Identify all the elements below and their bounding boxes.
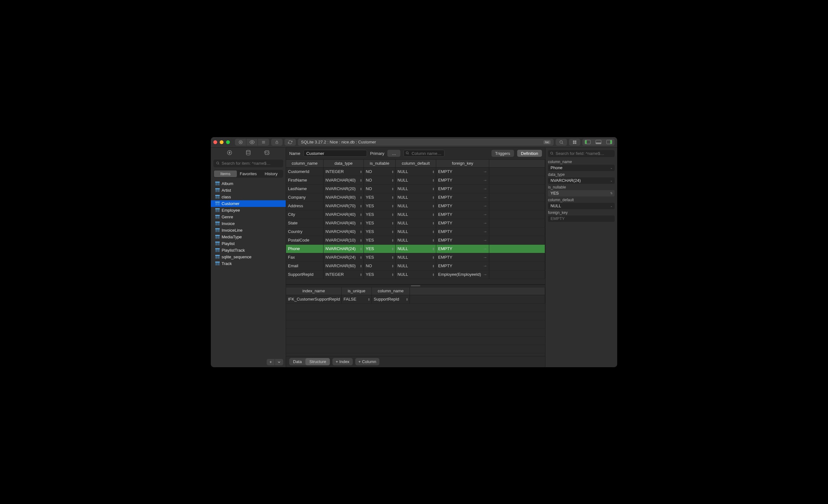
refresh-icon[interactable] <box>285 139 296 146</box>
arrow-right-icon[interactable]: → <box>483 238 487 243</box>
rp-input-data-type[interactable]: NVARCHAR(24)⌄ <box>548 177 615 184</box>
stepper-icon[interactable]: ▴▾ <box>360 264 362 267</box>
sidebar-item-playlist[interactable]: Playlist <box>211 240 286 247</box>
stepper-icon[interactable]: ▴▾ <box>360 247 362 250</box>
stepper-icon[interactable]: ▴▾ <box>392 256 394 259</box>
sidebar-item-sqlite_sequence[interactable]: sqlite_sequence <box>211 254 286 260</box>
stepper-icon[interactable]: ▴▾ <box>433 179 434 182</box>
cell-column-name[interactable]: Country <box>286 227 324 236</box>
cell-foreign-key[interactable]: EMPTY→ <box>436 245 489 253</box>
toggle-left-panel[interactable] <box>582 139 593 146</box>
cell-is-nullable[interactable]: YES▴▾ <box>364 227 396 236</box>
stepper-icon[interactable]: ▴▾ <box>392 187 394 191</box>
sidebar-item-mediatype[interactable]: MediaType <box>211 234 286 240</box>
cell-is-nullable[interactable]: YES▴▾ <box>364 219 396 227</box>
cell-column-name[interactable]: Company <box>286 193 324 202</box>
header-is-unique[interactable]: is_unique <box>342 287 372 295</box>
stepper-icon[interactable]: ▴▾ <box>433 204 434 208</box>
cell-column-default[interactable]: NULL▴▾ <box>396 202 436 210</box>
stepper-icon[interactable]: ▴▾ <box>360 239 362 242</box>
cell-column-default[interactable]: NULL▴▾ <box>396 245 436 253</box>
cell-column-name[interactable]: State <box>286 219 324 227</box>
rpanel-search-input[interactable] <box>548 150 615 157</box>
rp-input-column-default[interactable]: NULL⌄ <box>548 203 615 209</box>
stepper-icon[interactable]: ▴▾ <box>392 221 394 225</box>
data-tab[interactable]: Data <box>289 358 305 365</box>
cell-foreign-key[interactable]: EMPTY→ <box>436 193 489 202</box>
sidebar-item-employee[interactable]: Employee <box>211 207 286 214</box>
stepper-icon[interactable]: ▴▾ <box>368 298 370 301</box>
cell-idx-column[interactable]: SupportRepId▴▾ <box>372 295 410 303</box>
cell-column-name[interactable]: City <box>286 210 324 219</box>
sidebar-item-artist[interactable]: Artist <box>211 187 286 194</box>
cell-foreign-key[interactable]: EMPTY→ <box>436 176 489 184</box>
arrow-right-icon[interactable]: → <box>483 246 487 251</box>
stepper-icon[interactable]: ▴▾ <box>392 179 394 182</box>
cell-column-default[interactable]: NULL▴▾ <box>396 219 436 227</box>
stepper-icon[interactable]: ▴▾ <box>360 213 362 216</box>
minimize-window[interactable] <box>220 140 223 144</box>
arrow-right-icon[interactable]: → <box>483 169 487 174</box>
cell-foreign-key[interactable]: EMPTY→ <box>436 210 489 219</box>
cell-foreign-key[interactable]: EMPTY→ <box>436 168 489 176</box>
cell-column-name[interactable]: LastName <box>286 185 324 193</box>
sidebar-item-playlisttrack[interactable]: PlaylistTrack <box>211 247 286 254</box>
cell-column-default[interactable]: NULL▴▾ <box>396 236 436 244</box>
arrow-right-icon[interactable]: → <box>483 255 487 260</box>
cell-column-name[interactable]: Address <box>286 202 324 210</box>
stepper-icon[interactable]: ▴▾ <box>360 179 362 182</box>
header-index-name[interactable]: index_name <box>286 287 342 295</box>
stepper-icon[interactable]: ▴▾ <box>433 256 434 259</box>
column-row[interactable]: SupportRepIdINTEGER▴▾YES▴▾NULL▴▾Employee… <box>286 270 545 279</box>
cell-foreign-key[interactable]: EMPTY→ <box>436 262 489 270</box>
header-idx-column-name[interactable]: column_name <box>372 287 410 295</box>
stepper-icon[interactable]: ▴▾ <box>360 196 362 199</box>
cell-column-default[interactable]: NULL▴▾ <box>396 210 436 219</box>
cell-column-name[interactable]: Email <box>286 262 324 270</box>
arrow-right-icon[interactable]: → <box>483 195 487 200</box>
lock-icon[interactable] <box>271 139 283 146</box>
stepper-icon[interactable]: ▴▾ <box>392 196 394 199</box>
sidebar-item-album[interactable]: Album <box>211 180 286 187</box>
cell-column-name[interactable]: FirstName <box>286 176 324 184</box>
column-row[interactable]: CompanyNVARCHAR(80)▴▾YES▴▾NULL▴▾EMPTY→ <box>286 193 545 202</box>
cell-is-nullable[interactable]: NO▴▾ <box>364 185 396 193</box>
stepper-icon[interactable]: ▴▾ <box>433 213 434 216</box>
structure-tab[interactable]: Structure <box>305 358 330 365</box>
cell-data-type[interactable]: NVARCHAR(40)▴▾ <box>324 176 364 184</box>
cell-column-name[interactable]: PostalCode <box>286 236 324 244</box>
table-name-input[interactable] <box>303 150 367 157</box>
stepper-icon[interactable]: ▴▾ <box>360 221 362 225</box>
arrow-right-icon[interactable]: → <box>483 212 487 217</box>
column-row[interactable]: CustomerIdINTEGER▴▾NO▴▾NULL▴▾EMPTY→ <box>286 168 545 176</box>
column-row[interactable]: StateNVARCHAR(40)▴▾YES▴▾NULL▴▾EMPTY→ <box>286 219 545 227</box>
search-icon[interactable] <box>555 139 567 146</box>
sidebar-item-track[interactable]: Track <box>211 260 286 267</box>
sidebar-item-class[interactable]: class <box>211 194 286 200</box>
cell-foreign-key[interactable]: EMPTY→ <box>436 202 489 210</box>
cell-index-name[interactable]: IFK_CustomerSupportRepId <box>286 295 342 303</box>
add-column-button[interactable]: +Column <box>355 358 379 365</box>
cell-foreign-key[interactable]: EMPTY→ <box>436 236 489 244</box>
grid-icon[interactable] <box>569 139 580 146</box>
sidebar-item-customer[interactable]: Customer <box>211 200 286 207</box>
list-icon[interactable] <box>258 139 269 146</box>
cell-column-name[interactable]: CustomerId <box>286 168 324 176</box>
header-column-default[interactable]: column_default <box>396 160 436 167</box>
arrow-right-icon[interactable]: → <box>483 178 487 182</box>
stepper-icon[interactable]: ▴▾ <box>360 256 362 259</box>
stepper-icon[interactable]: ▴▾ <box>433 170 434 173</box>
cell-column-default[interactable]: NULL▴▾ <box>396 176 436 184</box>
cell-foreign-key[interactable]: EMPTY→ <box>436 185 489 193</box>
stepper-icon[interactable]: ▴▾ <box>433 187 434 191</box>
column-row[interactable]: FirstNameNVARCHAR(40)▴▾NO▴▾NULL▴▾EMPTY→ <box>286 176 545 185</box>
sidebar-item-invoice[interactable]: Invoice <box>211 220 286 227</box>
column-row[interactable]: FaxNVARCHAR(24)▴▾YES▴▾NULL▴▾EMPTY→ <box>286 253 545 262</box>
cell-is-nullable[interactable]: YES▴▾ <box>364 210 396 219</box>
cell-data-type[interactable]: NVARCHAR(60)▴▾ <box>324 262 364 270</box>
cell-is-nullable[interactable]: YES▴▾ <box>364 253 396 261</box>
eye-icon[interactable] <box>246 139 258 146</box>
stepper-icon[interactable]: ▴▾ <box>392 170 394 173</box>
add-dropdown[interactable] <box>275 359 283 365</box>
definition-button[interactable]: Definition <box>517 150 542 157</box>
